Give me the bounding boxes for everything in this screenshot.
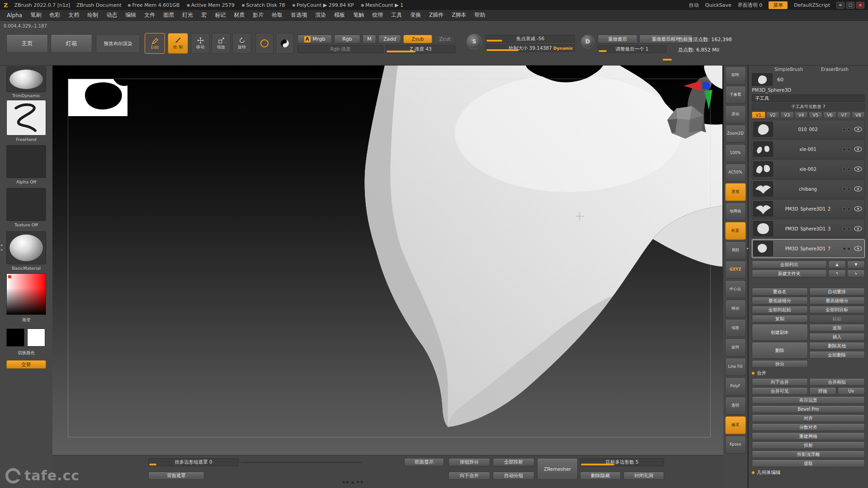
shelf-toggle-button[interactable]: 透明 (725, 397, 746, 415)
right-tray-handle[interactable]: ▸ (747, 246, 749, 250)
eye-icon[interactable] (854, 127, 863, 132)
current-stroke-thumbnail[interactable] (6, 100, 46, 136)
target-polycount-slider[interactable]: 目标多边形数 5 (580, 458, 664, 466)
window-button[interactable]: ≡ (836, 2, 844, 9)
subtool-button[interactable]: 追加 (809, 324, 865, 332)
shelf-toggle-button[interactable]: Xpose (725, 436, 746, 454)
menu-item[interactable]: 影片 (249, 11, 268, 19)
shelf-toggle-button[interactable]: BPR (725, 66, 746, 84)
z-intensity-slider[interactable]: Z 强度 43 (386, 45, 456, 53)
menu-item[interactable]: 模板 (330, 11, 349, 19)
backface-mask-button[interactable]: 背面遮罩 (148, 472, 204, 480)
shelf-toggle-button[interactable]: 滚动 (725, 105, 746, 123)
redo-last-button[interactable]: 重做最后 (598, 35, 637, 43)
dynamic-label[interactable]: Dynamic (553, 46, 573, 51)
view-tab[interactable]: V7 (837, 112, 851, 118)
polypaint-toggles[interactable] (843, 128, 852, 131)
shelf-toggle-button[interactable]: 局部 (725, 241, 746, 259)
shelf-toggle-button[interactable]: 透视 (725, 183, 746, 201)
view-tab[interactable]: V3 (780, 112, 794, 118)
tool-slider-value[interactable]: 60 (777, 77, 783, 83)
brush-ring-icon[interactable] (255, 33, 274, 54)
shelf-toggle-button[interactable]: Zoom2D (725, 125, 746, 143)
view-tab[interactable]: V2 (766, 112, 780, 118)
eye-icon[interactable] (854, 146, 863, 152)
subtool-button[interactable]: 合并 (752, 369, 865, 377)
polypaint-toggles[interactable] (843, 207, 852, 211)
menu-item[interactable]: 灯光 (178, 11, 197, 19)
subtool-button[interactable]: 粘贴 (809, 315, 865, 323)
subtool-section-header[interactable]: 子工具 (752, 94, 865, 102)
subtool-button[interactable]: 投射 (752, 441, 865, 449)
double-sided-button[interactable]: 双面显示 (404, 458, 444, 466)
shelf-toggle-button[interactable]: AC50% (725, 164, 746, 182)
menu-item[interactable]: 帮助 (471, 11, 490, 19)
current-tool-thumbnail[interactable] (752, 73, 773, 86)
subtool-button[interactable]: 自动重排 (809, 288, 865, 296)
quicksave-button[interactable]: QuickSave (705, 2, 731, 8)
menu-item[interactable]: 笔触 (349, 11, 368, 19)
eye-icon[interactable] (854, 226, 863, 231)
primary-color-swatch[interactable] (6, 328, 24, 347)
subtool-button[interactable]: 复制 (752, 315, 808, 323)
window-button[interactable]: □ (846, 2, 854, 9)
polypaint-toggles[interactable] (843, 227, 852, 230)
subtool-button[interactable]: ↰ (828, 270, 846, 277)
subtool-row[interactable]: PM3D_Sphere3D1_3 (752, 219, 865, 238)
left-tray-handle[interactable]: ◂◂ (0, 243, 2, 252)
shelf-toggle-button[interactable]: 移动 (725, 300, 746, 318)
edit-mode-button[interactable]: Edit (145, 33, 165, 54)
view-tab[interactable]: V8 (852, 112, 865, 118)
rgb-button[interactable]: Rgb (334, 35, 360, 43)
subtool-button[interactable]: 重建网格 (752, 432, 865, 440)
home-button[interactable]: 主页 (6, 34, 48, 53)
rotate-mode-button[interactable]: 旋转 (232, 33, 251, 54)
zscript-label[interactable]: DefaultZScript (794, 2, 830, 8)
menu-item[interactable]: 编辑 (121, 11, 140, 19)
current-brush-thumbnail[interactable] (6, 66, 46, 92)
zsub-button[interactable]: Zsub (403, 35, 432, 43)
subtool-button[interactable]: 提取 (752, 460, 865, 467)
menu-item[interactable]: 色彩 (45, 11, 64, 19)
subtool-button[interactable]: 全部到起始 (752, 306, 808, 314)
subtool-button[interactable]: 创建副本 (752, 324, 808, 341)
subtool-visible-count-slider[interactable]: 子工具可见数量 7 (752, 103, 865, 110)
mrgb-button[interactable]: A Mrgb (297, 35, 332, 43)
subtool-row[interactable]: 010_002 (752, 120, 865, 139)
subtool-button[interactable]: 布尔运算 (752, 396, 865, 404)
subtool-button[interactable]: 几何体编辑 (752, 469, 865, 476)
subtool-button[interactable]: 合并相似 (809, 378, 865, 386)
shelf-toggle-button[interactable]: 框显 (725, 222, 746, 240)
stroke-picker-icon[interactable]: S (467, 34, 482, 49)
subtool-button[interactable]: Bevel Pro (752, 405, 865, 413)
menu-item[interactable]: 首选项 (287, 11, 311, 19)
window-button[interactable]: × (856, 2, 864, 9)
menu-item[interactable]: 文件 (140, 11, 159, 19)
shelf-toggle-button[interactable]: 中心点 (725, 280, 746, 298)
polypaint-toggles[interactable] (843, 148, 852, 151)
project-all-button[interactable]: 全部投射 (493, 458, 534, 466)
menu-item[interactable]: 文档 (64, 11, 83, 19)
subtool-button[interactable]: 插入 (809, 333, 865, 341)
shelf-toggle-button[interactable]: Line Fill (725, 358, 746, 376)
mini-slider-nub[interactable] (663, 59, 672, 61)
subtool-button[interactable]: 删除其他 (809, 342, 865, 350)
subtool-button[interactable]: 合并可见 (752, 387, 808, 395)
canvas-scroll-arrows[interactable]: ◀◀ ▲ ▶▶ (342, 480, 364, 484)
subtool-row[interactable]: xie-001 (752, 140, 865, 159)
lightbox-button[interactable]: 灯箱 (51, 34, 92, 53)
draw-mode-button[interactable]: 绘 制 (168, 33, 188, 54)
menu-item[interactable]: 宏 (197, 11, 211, 19)
subtool-button[interactable]: 全部删除 (809, 351, 865, 359)
shelf-toggle-button[interactable]: 缩放 (725, 319, 746, 337)
shelf-toggle-button[interactable]: 幽灵 (725, 416, 746, 434)
split-by-group-button[interactable]: 按组拆分 (448, 458, 490, 466)
subtool-button[interactable]: 删除 (752, 342, 808, 359)
subtool-button[interactable]: ▲ (828, 261, 846, 268)
menu-item[interactable]: 纹理 (368, 11, 387, 19)
menu-item[interactable]: Z插件 (425, 11, 448, 19)
adjust-last-slider[interactable]: 调整最后一个 1 (598, 45, 666, 53)
sphere-icon[interactable] (276, 33, 294, 54)
subtool-button[interactable]: 拆分 (752, 360, 808, 368)
view-tab[interactable]: V1 (752, 112, 765, 118)
